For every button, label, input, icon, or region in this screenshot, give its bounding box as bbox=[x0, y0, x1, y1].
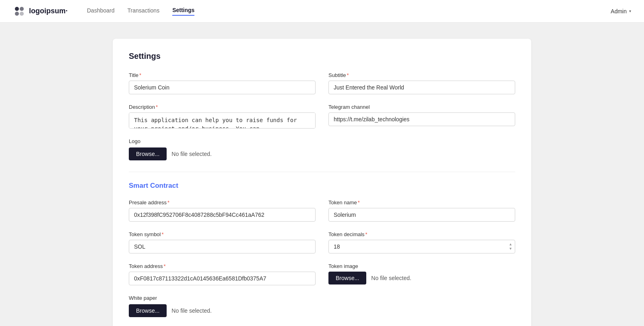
symbol-decimals-row: Token symbol* Token decimals* ▲ ▼ bbox=[129, 231, 515, 253]
token-address-input[interactable] bbox=[129, 272, 316, 285]
admin-menu[interactable]: Admin ▾ bbox=[611, 8, 631, 15]
description-input[interactable]: This application can help you to raise f… bbox=[129, 112, 316, 129]
address-image-row: Token address* Token image Browse... No … bbox=[129, 263, 515, 285]
token-decimals-group: Token decimals* ▲ ▼ bbox=[328, 231, 515, 253]
subtitle-group: Subtitle* bbox=[328, 72, 515, 94]
smart-contract-header: Smart Contract bbox=[129, 182, 515, 190]
brand-name: logoipsum· bbox=[29, 7, 68, 15]
presale-address-group: Presale address* bbox=[129, 199, 316, 222]
nav-link-dashboard[interactable]: Dashboard bbox=[87, 7, 115, 15]
description-label: Description* bbox=[129, 104, 316, 110]
white-paper-file-none: No file selected. bbox=[171, 307, 212, 314]
navbar: logoipsum· Dashboard Transactions Settin… bbox=[0, 0, 644, 23]
token-address-group: Token address* bbox=[129, 263, 316, 285]
desc-telegram-row: Description* This application can help y… bbox=[129, 104, 515, 129]
section-divider bbox=[129, 172, 515, 172]
svg-point-1 bbox=[20, 7, 24, 11]
presale-address-label: Presale address* bbox=[129, 199, 316, 206]
presale-tokenname-row: Presale address* Token name* bbox=[129, 199, 515, 222]
white-paper-browse-button[interactable]: Browse... bbox=[129, 304, 167, 317]
chevron-down-icon: ▾ bbox=[629, 9, 631, 13]
white-paper-label: White paper bbox=[129, 295, 515, 301]
logo-browse-button[interactable]: Browse... bbox=[129, 147, 167, 160]
token-image-group: Token image Browse... No file selected. bbox=[328, 263, 515, 285]
token-symbol-label: Token symbol* bbox=[129, 231, 316, 237]
logo-file-none: No file selected. bbox=[171, 151, 212, 157]
settings-card: Settings Title* Subtitle* Description* bbox=[113, 39, 531, 326]
main-content: Settings Title* Subtitle* Description* bbox=[0, 23, 644, 326]
nav-links: Dashboard Transactions Settings bbox=[87, 7, 611, 16]
brand: logoipsum· bbox=[13, 5, 68, 18]
token-image-file-row: Browse... No file selected. bbox=[328, 272, 515, 284]
white-paper-section: White paper Browse... No file selected. bbox=[129, 295, 515, 317]
token-address-label: Token address* bbox=[129, 263, 316, 269]
token-symbol-group: Token symbol* bbox=[129, 231, 316, 253]
svg-point-0 bbox=[15, 7, 19, 11]
brand-logo-icon bbox=[13, 5, 26, 18]
title-subtitle-row: Title* Subtitle* bbox=[129, 72, 515, 94]
token-symbol-input[interactable] bbox=[129, 240, 316, 253]
svg-point-3 bbox=[20, 12, 24, 16]
spinner-buttons: ▲ ▼ bbox=[508, 242, 514, 251]
token-image-browse-button[interactable]: Browse... bbox=[328, 272, 366, 284]
logo-label: Logo bbox=[129, 138, 515, 144]
title-input[interactable] bbox=[129, 81, 316, 94]
logo-file-row: Browse... No file selected. bbox=[129, 147, 515, 160]
card-title: Settings bbox=[129, 52, 515, 61]
nav-link-transactions[interactable]: Transactions bbox=[128, 7, 160, 15]
subtitle-label: Subtitle* bbox=[328, 72, 515, 78]
subtitle-input[interactable] bbox=[328, 81, 515, 94]
title-label: Title* bbox=[129, 72, 316, 78]
token-name-group: Token name* bbox=[328, 199, 515, 222]
svg-point-2 bbox=[15, 12, 19, 16]
token-name-input[interactable] bbox=[328, 208, 515, 222]
presale-address-input[interactable] bbox=[129, 208, 316, 222]
token-decimals-label: Token decimals* bbox=[328, 231, 515, 237]
white-paper-file-row: Browse... No file selected. bbox=[129, 304, 515, 317]
telegram-channel-input[interactable] bbox=[328, 112, 515, 126]
nav-link-settings[interactable]: Settings bbox=[172, 7, 194, 16]
token-name-label: Token name* bbox=[328, 199, 515, 206]
logo-section: Logo Browse... No file selected. bbox=[129, 138, 515, 160]
title-group: Title* bbox=[129, 72, 316, 94]
spinner-down-button[interactable]: ▼ bbox=[508, 247, 514, 251]
token-image-label: Token image bbox=[328, 263, 515, 269]
token-decimals-wrapper: ▲ ▼ bbox=[328, 240, 515, 253]
telegram-channel-group: Telegram channel bbox=[328, 104, 515, 129]
telegram-channel-label: Telegram channel bbox=[328, 104, 515, 110]
admin-label: Admin bbox=[611, 8, 627, 15]
token-decimals-input[interactable] bbox=[328, 240, 515, 253]
spinner-up-button[interactable]: ▲ bbox=[508, 242, 514, 247]
token-image-file-none: No file selected. bbox=[371, 275, 411, 281]
description-group: Description* This application can help y… bbox=[129, 104, 316, 129]
